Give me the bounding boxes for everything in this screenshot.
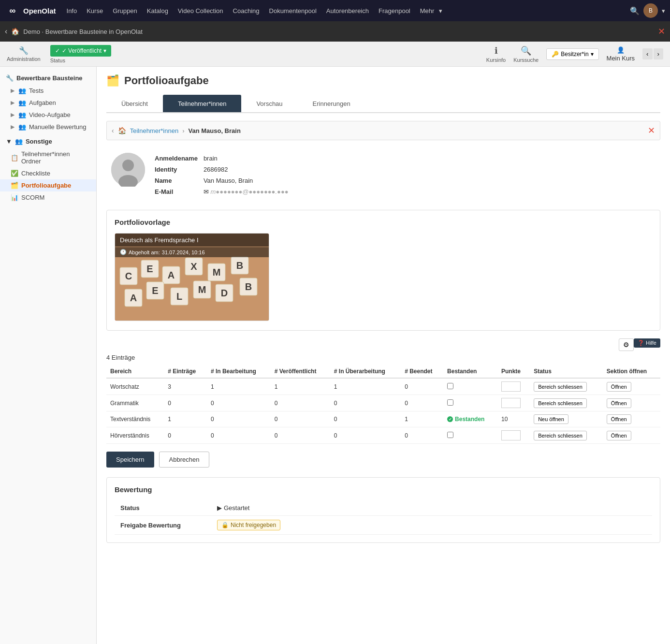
current-participant: Van Mauso, Brain: [188, 127, 240, 134]
bereich-schliessen-button[interactable]: Bereich schliessen: [534, 431, 587, 440]
status-action-cell[interactable]: Neu öffnen: [530, 411, 603, 427]
neu-oeffnen-button[interactable]: Neu öffnen: [534, 414, 568, 424]
status-button[interactable]: ✓ ✓ Veröffentlicht ▾: [50, 45, 112, 57]
close-window-button[interactable]: ✕: [658, 26, 665, 37]
close-participant-button[interactable]: ✕: [648, 125, 655, 136]
anmeldename-value: brain: [204, 153, 294, 164]
sidebar-item-scorm[interactable]: 📊 SCORM: [0, 191, 96, 204]
eintraege-count: 3: [164, 378, 207, 395]
sidebar-item-aufgaben[interactable]: ▶ 👥 Aufgaben: [0, 97, 96, 109]
sektion-oeffnen-cell[interactable]: Öffnen: [603, 411, 660, 427]
status-action-cell[interactable]: Bereich schliessen: [530, 395, 603, 411]
bewertung-status-value: ▶ Gestartet: [211, 500, 652, 516]
portfolio-icon: 🗂️: [11, 182, 18, 189]
app-logo[interactable]: ∞ OpenOlat: [5, 3, 56, 18]
in-ueberarbeitung-count: 0: [330, 427, 401, 444]
search-icon[interactable]: 🔍: [630, 6, 640, 15]
app-name: OpenOlat: [23, 7, 56, 15]
sidebar-item-label: Portfolioaufgabe: [21, 182, 71, 189]
home-icon[interactable]: 🏠: [11, 28, 19, 35]
oeffnen-button[interactable]: Öffnen: [607, 431, 631, 440]
nav-fragenpool[interactable]: Fragenpool: [375, 5, 414, 16]
identity-label: Identity: [155, 164, 204, 175]
status-action-cell[interactable]: Bereich schliessen: [530, 378, 603, 395]
sidebar-item-checkliste[interactable]: ✅ Checkliste: [0, 167, 96, 179]
sidebar-item-manuelle-bewertung[interactable]: ▶ 👥 Manuelle Bewertung: [0, 121, 96, 133]
chevron-down-icon[interactable]: ▾: [662, 7, 665, 15]
punkte-input[interactable]: [501, 381, 521, 392]
tab-teilnehmer[interactable]: Teilnehmer*innen: [163, 95, 241, 112]
nav-video-collection[interactable]: Video Collection: [174, 5, 227, 16]
play-icon: ▶: [217, 504, 222, 512]
nav-mehr[interactable]: Mehr ▾: [416, 5, 443, 16]
administration-button[interactable]: 🔧 Administration: [7, 46, 41, 62]
punkte-cell: [497, 378, 530, 395]
portfolio-card[interactable]: C E A X M B: [115, 233, 269, 321]
bestanden-checkbox[interactable]: [447, 383, 453, 389]
nav-katalog[interactable]: Katalog: [143, 5, 172, 16]
scorm-icon: 📊: [11, 194, 18, 201]
name-value: Van Mauso, Brain: [204, 175, 294, 186]
sidebar-item-tests[interactable]: ▶ 👥 Tests: [0, 85, 96, 97]
chevron-down-icon: ▾: [103, 47, 106, 54]
date-value: 31.07.2024, 10:16: [162, 249, 205, 255]
bestanden-checkbox[interactable]: [447, 432, 453, 438]
top-navigation: ∞ OpenOlat Info Kurse Gruppen Katalog Vi…: [0, 0, 670, 21]
nav-info[interactable]: Info: [63, 5, 81, 16]
sidebar-item-portfolioaufgabe[interactable]: 🗂️ Portfolioaufgabe: [0, 179, 96, 191]
oeffnen-button[interactable]: Öffnen: [607, 414, 631, 424]
punkte-input[interactable]: [501, 398, 521, 408]
col-in-bearbeitung: # In Bearbeitung: [207, 365, 271, 378]
help-button[interactable]: ❓ Hilfe: [634, 338, 660, 348]
tab-vorschau[interactable]: Vorschau: [241, 95, 297, 112]
nav-dokumentenpool[interactable]: Dokumentenpool: [265, 5, 320, 16]
tab-uebersicht[interactable]: Übersicht: [106, 95, 163, 112]
back-button[interactable]: ‹: [5, 27, 7, 36]
sektion-oeffnen-cell[interactable]: Öffnen: [603, 378, 660, 395]
bereich-schliessen-button[interactable]: Bereich schliessen: [534, 382, 587, 392]
rolle-button[interactable]: 🔑 Besitzer*in ▾: [546, 48, 598, 60]
beendet-count: 0: [401, 378, 443, 395]
kursinfo-button[interactable]: ℹ Kursinfo: [486, 45, 506, 63]
bereich-schliessen-button[interactable]: Bereich schliessen: [534, 398, 587, 408]
cancel-button[interactable]: Abbrechen: [159, 452, 210, 468]
bewertung-status-label: Status: [115, 500, 211, 516]
nav-kurse[interactable]: Kurse: [83, 5, 107, 16]
bestanden-cell[interactable]: [443, 395, 497, 411]
user-details-table: Anmeldename brain Identity 2686982 Name …: [155, 153, 294, 197]
home-icon[interactable]: 🏠: [118, 127, 126, 134]
bestanden-cell[interactable]: [443, 378, 497, 395]
expand-icon: ▶: [11, 88, 15, 94]
portfolio-title-icon: 🗂️: [106, 74, 119, 87]
oeffnen-button[interactable]: Öffnen: [607, 398, 631, 408]
oeffnen-button[interactable]: Öffnen: [607, 382, 631, 392]
punkte-input[interactable]: [501, 430, 521, 440]
nav-autorenbereich[interactable]: Autorenbereich: [322, 5, 373, 16]
nav-next-button[interactable]: ›: [654, 48, 663, 59]
nav-gruppen[interactable]: Gruppen: [109, 5, 141, 16]
status-action-cell[interactable]: Bereich schliessen: [530, 427, 603, 444]
bestanden-cell[interactable]: [443, 427, 497, 444]
bestanden-checkbox[interactable]: [447, 399, 453, 406]
toolbar-right: ℹ Kursinfo 🔍 Kurssuche 🔑 Besitzer*in ▾ 👤…: [486, 45, 663, 63]
participant-list-link[interactable]: Teilnehmer*innen: [130, 127, 178, 134]
tab-erinnerungen[interactable]: Erinnerungen: [298, 95, 365, 112]
sidebar-item-teilnehmer-ordner[interactable]: 📋 Teilnehmer*innen Ordner: [0, 148, 96, 167]
date-label: Abgeholt am:: [129, 249, 160, 255]
sektion-oeffnen-cell[interactable]: Öffnen: [603, 427, 660, 444]
sektion-oeffnen-cell[interactable]: Öffnen: [603, 395, 660, 411]
nav-prev-button[interactable]: ‹: [642, 48, 652, 59]
nav-prev-arrow[interactable]: ‹: [112, 127, 114, 134]
nav-coaching[interactable]: Coaching: [229, 5, 263, 16]
veroeffentlicht-count: 0: [271, 395, 330, 411]
gear-button[interactable]: ⚙: [619, 338, 634, 351]
mein-kurs-button[interactable]: 👤 Mein Kurs: [607, 46, 635, 62]
save-button[interactable]: Speichern: [106, 452, 154, 468]
bewertung-section: Bewertung Status ▶ Gestartet Freigabe Be…: [106, 477, 660, 543]
user-avatar[interactable]: B: [643, 3, 658, 18]
breadcrumb-text: Demo · Bewertbare Bausteine in OpenOlat: [23, 28, 142, 35]
svg-text:B: B: [236, 260, 243, 271]
svg-text:E: E: [152, 285, 158, 296]
sidebar-item-video-aufgabe[interactable]: ▶ 👥 Video-Aufgabe: [0, 109, 96, 121]
kurssuche-button[interactable]: 🔍 Kurssuche: [513, 45, 539, 63]
